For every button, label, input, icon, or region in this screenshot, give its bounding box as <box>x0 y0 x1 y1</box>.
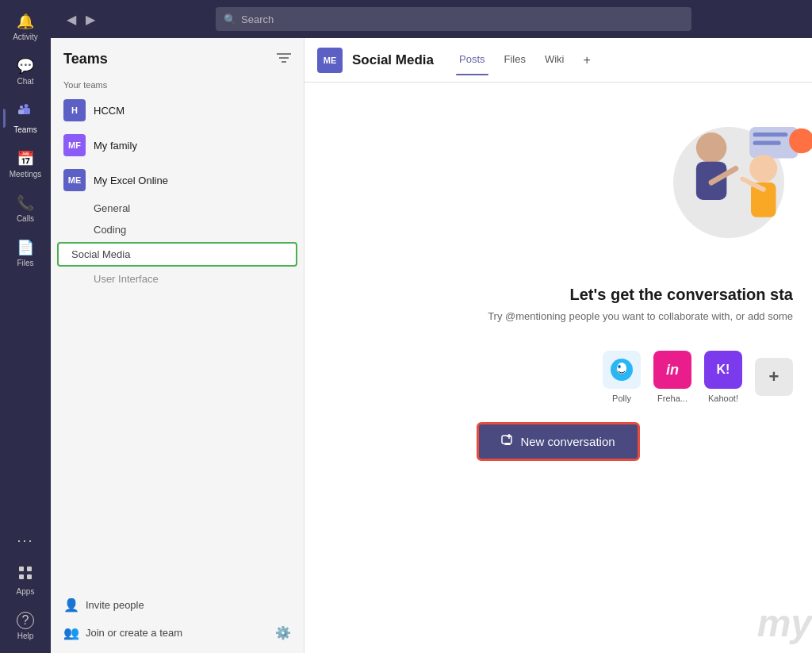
nav-label-apps: Apps <box>17 587 35 596</box>
new-conversation-button[interactable]: New conversation <box>477 422 639 461</box>
sidebar-section-label: Your teams <box>51 74 304 93</box>
team-name-hccm: HCCM <box>94 105 281 117</box>
channel-tabs: Posts Files Wiki + <box>450 47 600 74</box>
team-name-my-family: My family <box>94 140 281 152</box>
conversation-heading: Let's get the conversation sta <box>324 286 793 304</box>
team-avatar-my-excel-online: ME <box>63 169 86 191</box>
channel-item-general[interactable]: General <box>51 198 304 219</box>
nav-bar: 🔔 Activity 💬 Chat Teams 📅 Meetings 📞 Cal… <box>0 0 51 653</box>
new-conversation-label: New conversation <box>520 435 615 448</box>
nav-item-help[interactable]: ? Help <box>3 605 48 647</box>
freehand-app-label: Freha... <box>657 394 688 403</box>
app-suggestion-add[interactable]: + <box>755 358 793 396</box>
conversation-prompt: Let's get the conversation sta Try @ment… <box>304 270 812 351</box>
top-bar: ◀ ▶ 🔍 <box>51 0 812 38</box>
teams-icon <box>17 102 34 123</box>
nav-label-files: Files <box>17 259 33 267</box>
search-bar: 🔍 <box>216 7 691 31</box>
tab-posts[interactable]: Posts <box>450 47 495 74</box>
more-icon: ··· <box>17 532 33 549</box>
apps-icon <box>17 565 33 585</box>
sidebar-title: Teams <box>63 51 108 67</box>
svg-point-2 <box>20 106 23 109</box>
nav-item-chat[interactable]: 💬 Chat <box>3 51 48 92</box>
content-area: Teams Your teams H HCCM ··· MF <box>51 38 812 653</box>
nav-item-calls[interactable]: 📞 Calls <box>3 188 48 229</box>
help-icon: ? <box>17 612 34 629</box>
svg-point-1 <box>25 104 29 108</box>
illustration-container <box>304 83 812 270</box>
files-icon: 📄 <box>17 239 34 256</box>
app-suggestions: Polly in Freha... K! Kahoot! + <box>304 351 812 403</box>
forward-button[interactable]: ▶ <box>82 9 98 30</box>
polly-app-label: Polly <box>612 394 631 403</box>
nav-item-apps[interactable]: Apps <box>3 559 48 602</box>
channel-item-social-media[interactable]: Social Media <box>57 242 297 267</box>
nav-label-chat: Chat <box>17 77 33 86</box>
kahoot-app-icon: K! <box>704 351 742 389</box>
channel-name-header: Social Media <box>352 52 434 68</box>
sidebar-header: Teams <box>51 38 304 74</box>
team-item-my-excel-online[interactable]: ME My Excel Online ··· <box>51 163 304 198</box>
posts-area: Let's get the conversation sta Try @ment… <box>304 83 812 653</box>
settings-icon[interactable]: ⚙️ <box>275 625 291 640</box>
invite-people-button[interactable]: 👤 Invite people <box>63 594 291 616</box>
nav-item-more[interactable]: ··· <box>3 526 48 555</box>
team-item-my-family[interactable]: MF My family ··· <box>51 128 304 163</box>
join-create-team-button[interactable]: 👥 Join or create a team ⚙️ <box>63 622 291 643</box>
join-label: Join or create a team <box>86 627 182 639</box>
meetings-icon: 📅 <box>17 150 34 167</box>
channel-header: ME Social Media Posts Files Wiki + <box>304 38 812 83</box>
my-logo: my <box>757 601 812 645</box>
nav-item-meetings[interactable]: 📅 Meetings <box>3 144 48 185</box>
app-suggestion-polly[interactable]: Polly <box>603 351 641 403</box>
nav-label-meetings: Meetings <box>10 170 42 179</box>
main-layout: ◀ ▶ 🔍 Teams Your teams <box>51 0 812 653</box>
join-icon: 👥 <box>63 625 79 640</box>
tab-wiki[interactable]: Wiki <box>535 47 574 74</box>
freehand-app-icon: in <box>653 351 691 389</box>
team-item-hccm[interactable]: H HCCM ··· <box>51 93 304 128</box>
conversation-subtext: Try @mentioning people you want to colla… <box>324 310 793 322</box>
kahoot-app-label: Kahoot! <box>708 394 738 403</box>
team-name-my-excel-online: My Excel Online <box>94 175 281 186</box>
app-suggestion-freehand[interactable]: in Freha... <box>653 351 691 403</box>
polly-app-icon <box>603 351 641 389</box>
channel-item-coding[interactable]: Coding <box>51 219 304 240</box>
nav-label-activity: Activity <box>13 33 38 41</box>
main-content: ME Social Media Posts Files Wiki + <box>304 38 812 653</box>
new-conversation-icon <box>501 434 514 449</box>
channel-item-user-interface[interactable]: User Interface <box>51 268 304 290</box>
nav-arrows: ◀ ▶ <box>63 9 98 30</box>
svg-rect-5 <box>27 567 32 571</box>
invite-label: Invite people <box>86 599 144 611</box>
chat-icon: 💬 <box>17 57 34 75</box>
svg-point-19 <box>749 155 777 182</box>
svg-point-24 <box>617 363 626 374</box>
search-icon: 🔍 <box>224 13 236 25</box>
invite-icon: 👤 <box>63 597 79 613</box>
svg-rect-4 <box>19 567 24 571</box>
team-avatar-hccm: H <box>63 99 86 121</box>
svg-rect-14 <box>753 141 781 145</box>
tab-files[interactable]: Files <box>495 47 535 74</box>
search-input[interactable] <box>241 13 684 25</box>
new-conversation-area: New conversation <box>304 409 812 474</box>
nav-item-teams[interactable]: Teams <box>3 95 48 140</box>
activity-icon: 🔔 <box>17 13 34 30</box>
svg-rect-7 <box>27 574 32 579</box>
channel-header-avatar: ME <box>317 48 343 73</box>
app-suggestion-kahoot[interactable]: K! Kahoot! <box>704 351 742 403</box>
nav-item-files[interactable]: 📄 Files <box>3 232 48 274</box>
svg-rect-13 <box>753 133 788 136</box>
sidebar-footer: 👤 Invite people 👥 Join or create a team … <box>51 585 304 653</box>
add-tab-button[interactable]: + <box>574 47 600 74</box>
nav-label-help: Help <box>17 632 34 640</box>
nav-label-teams: Teams <box>13 125 36 134</box>
nav-item-activity[interactable]: 🔔 Activity <box>3 6 48 48</box>
team-avatar-my-family: MF <box>63 134 86 156</box>
back-button[interactable]: ◀ <box>63 9 79 30</box>
illustration <box>590 95 812 270</box>
filter-icon[interactable] <box>277 52 291 67</box>
svg-rect-6 <box>19 574 24 579</box>
